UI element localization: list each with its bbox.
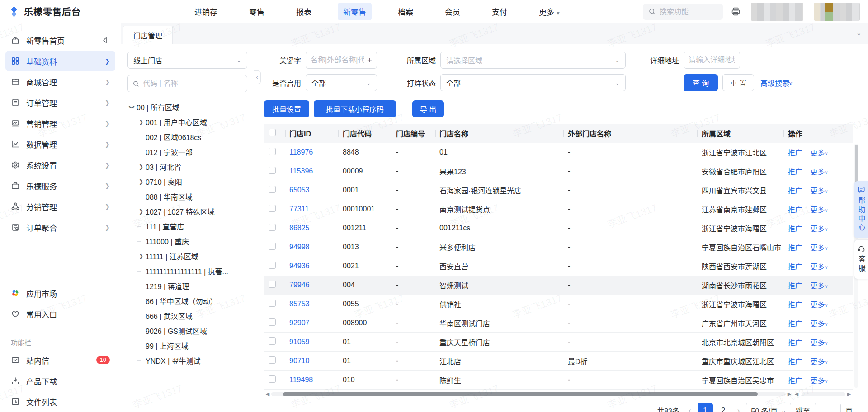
more-link[interactable]: 更多˅ (811, 358, 828, 365)
nav-item-进销存[interactable]: 进销存 (189, 3, 223, 20)
row-checkbox[interactable] (269, 262, 276, 269)
region-select[interactable]: 请选择区域 ⌄ (440, 52, 626, 69)
store-id-link[interactable]: 94936 (285, 257, 338, 276)
scroll-right-icon[interactable]: ▶ (786, 391, 793, 397)
more-link[interactable]: 更多˅ (811, 168, 828, 176)
sidebar-item-商城管理[interactable]: 商城管理❯ (5, 71, 115, 92)
fixed-col-scroll-right-icon[interactable]: ▶ (845, 391, 853, 397)
tree-node[interactable]: 1219 | 蒋道理 (127, 278, 247, 293)
row-checkbox[interactable] (269, 337, 276, 345)
hscroll-track[interactable] (271, 392, 786, 396)
tree-collapsed-icon[interactable]: ❯ (137, 119, 146, 125)
address-input-box[interactable] (684, 52, 740, 69)
customer-service-button[interactable]: 客服 (854, 239, 868, 279)
promote-link[interactable]: 推广 (788, 244, 802, 252)
tree-node[interactable]: 9026 | GS测试区域 (127, 323, 247, 338)
tree-collapsed-icon[interactable]: ❯ (137, 164, 146, 170)
fixed-col-scroll-track[interactable] (802, 392, 845, 396)
export-button[interactable]: 导 出 (412, 100, 444, 117)
row-checkbox[interactable] (269, 167, 276, 174)
store-id-link[interactable]: 79946 (285, 276, 338, 295)
sidebar-item-应用市场[interactable]: 应用市场 (5, 283, 115, 304)
tree-node[interactable]: 012 | 宁波一部 (127, 144, 247, 159)
sidebar-item-文件列表[interactable]: 文件列表 (5, 391, 115, 412)
jump-page-input[interactable] (815, 403, 841, 412)
address-input[interactable] (689, 56, 735, 64)
sidebar-item-订单聚合[interactable]: 订单聚合❯ (5, 217, 115, 238)
row-checkbox[interactable] (269, 356, 276, 364)
more-link[interactable]: 更多˅ (811, 149, 828, 157)
more-link[interactable]: 更多˅ (811, 320, 828, 328)
closed-status-select[interactable]: 全部 ⌄ (440, 74, 626, 91)
store-id-link[interactable]: 65053 (285, 181, 338, 200)
promote-link[interactable]: 推广 (788, 263, 802, 271)
nav-item-支付[interactable]: 支付 (486, 3, 513, 20)
store-id-link[interactable]: 91059 (285, 332, 338, 351)
tree-node[interactable]: 66 | 华中区域（勿动） (127, 293, 247, 308)
store-id-link[interactable]: 115396 (285, 162, 338, 181)
tree-node[interactable]: 1111111111111111 | 执著... (127, 263, 247, 278)
promote-link[interactable]: 推广 (788, 206, 802, 214)
more-link[interactable]: 更多˅ (811, 225, 828, 233)
tree-node[interactable]: 99 | 上海区域 (127, 338, 247, 353)
page-button-1[interactable]: 1 (698, 403, 713, 412)
promote-link[interactable]: 推广 (788, 301, 802, 309)
prev-page-icon[interactable]: ‹ (687, 406, 693, 412)
nav-item-新零售[interactable]: 新零售 (338, 3, 372, 20)
tab-store-management[interactable]: 门店管理 (123, 26, 173, 44)
promote-link[interactable]: 推广 (788, 339, 802, 346)
store-id-link[interactable]: 90710 (285, 351, 338, 370)
next-page-icon[interactable]: › (736, 406, 742, 412)
store-id-link[interactable]: 119498 (285, 370, 338, 389)
nav-item-更多[interactable]: 更多▼ (533, 3, 566, 20)
row-checkbox[interactable] (269, 375, 276, 383)
more-link[interactable]: 更多˅ (811, 377, 828, 384)
promote-link[interactable]: 推广 (788, 320, 802, 328)
nav-item-档案[interactable]: 档案 (392, 3, 419, 20)
promote-link[interactable]: 推广 (788, 187, 802, 195)
tree-search-input[interactable] (143, 80, 242, 88)
row-checkbox[interactable] (269, 300, 276, 307)
more-link[interactable]: 更多˅ (811, 244, 828, 252)
promote-link[interactable]: 推广 (788, 168, 802, 176)
tree-collapsed-icon[interactable]: ❯ (137, 253, 146, 259)
row-checkbox[interactable] (269, 243, 276, 250)
sidebar-item-分销管理[interactable]: 分销管理❯ (5, 196, 115, 217)
tree-node[interactable]: YNDX | 翌牛测试 (127, 353, 247, 368)
tree-search[interactable] (127, 75, 247, 92)
panel-collapse-icon[interactable]: ‹ (254, 70, 261, 84)
sidebar-item-营销管理[interactable]: 营销管理❯ (5, 113, 115, 134)
tree-node[interactable]: ❯11111 | 江苏区域 (127, 248, 247, 263)
more-link[interactable]: 更多˅ (811, 282, 828, 290)
tree-node[interactable]: 111000 | 重庆 (127, 234, 247, 248)
tree-collapsed-icon[interactable]: ❯ (137, 208, 146, 215)
store-id-link[interactable]: 92907 (285, 314, 338, 332)
page-size-select[interactable]: 50 条/页 ⌄ (746, 403, 791, 412)
more-link[interactable]: 更多˅ (811, 187, 828, 195)
tree-collapsed-icon[interactable]: ❯ (137, 178, 146, 185)
printer-icon[interactable] (731, 4, 741, 20)
sidebar-item-基础资料[interactable]: 基础资料❯ (5, 51, 115, 71)
tree-node[interactable]: ❯1027 | 1027 特殊区域 (127, 204, 247, 219)
tree-node[interactable]: 111 | 直营店 (127, 219, 247, 234)
nav-item-零售[interactable]: 零售 (244, 3, 270, 20)
tree-node[interactable]: 666 | 武汉区域 (127, 308, 247, 323)
store-id-link[interactable]: 85753 (285, 295, 338, 314)
tree-node[interactable]: ❯00 | 所有区域 (127, 99, 247, 114)
store-id-link[interactable]: 86825 (285, 219, 338, 238)
sidebar-item-订单管理[interactable]: 订单管理❯ (5, 92, 115, 113)
select-all-checkbox[interactable] (269, 129, 276, 136)
row-checkbox[interactable] (269, 148, 276, 155)
store-type-select[interactable]: 线上门店 ⌄ (127, 52, 247, 69)
global-search-input[interactable] (660, 8, 717, 16)
sidebar-collapse-icon[interactable] (101, 36, 110, 45)
row-checkbox[interactable] (269, 224, 276, 231)
tree-node[interactable]: 088 | 华南区域 (127, 189, 247, 204)
page-button-2[interactable]: 2 (716, 403, 731, 412)
promote-link[interactable]: 推广 (788, 377, 802, 384)
advanced-search-link[interactable]: 高级搜索» (760, 77, 793, 88)
global-search[interactable] (643, 4, 723, 20)
sidebar-item-常用入口[interactable]: 常用入口 (5, 304, 115, 324)
nav-item-报表[interactable]: 报表 (291, 3, 317, 20)
row-checkbox[interactable] (269, 281, 276, 288)
